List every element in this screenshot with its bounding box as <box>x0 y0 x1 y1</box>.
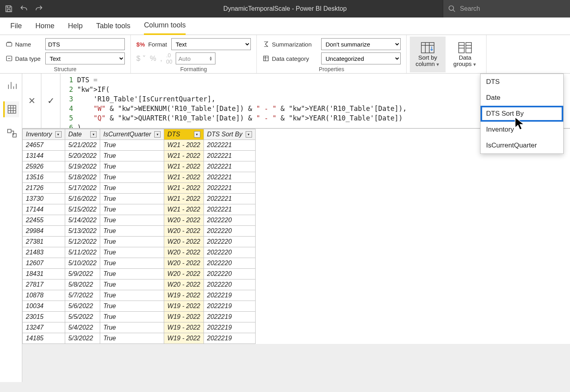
table-cell[interactable]: 10034 <box>23 301 65 312</box>
summarization-select[interactable]: Don't summarize <box>321 38 401 50</box>
table-cell[interactable]: True <box>100 279 164 290</box>
sort-by-column-button[interactable]: Sort bycolumn▼ <box>410 37 446 72</box>
table-cell[interactable]: 2022219 <box>204 312 255 322</box>
datatype-select[interactable]: Text <box>45 52 125 64</box>
table-cell[interactable]: True <box>100 204 164 215</box>
table-row[interactable]: 217265/17/2022TrueW21 - 20222022221 <box>23 183 256 194</box>
table-cell[interactable]: 2022220 <box>204 215 255 226</box>
table-row[interactable]: 137305/16/2022TrueW21 - 20222022221 <box>23 194 256 204</box>
table-cell[interactable]: 5/10/2022 <box>65 258 100 269</box>
table-row[interactable]: 224555/14/2022TrueW20 - 20222022220 <box>23 215 256 226</box>
report-view-icon[interactable] <box>3 78 19 93</box>
table-cell[interactable]: W20 - 2022 <box>164 258 204 269</box>
data-view-icon[interactable] <box>3 101 19 117</box>
data-category-select[interactable]: Uncategorized <box>321 52 401 64</box>
table-cell[interactable]: W19 - 2022 <box>164 322 204 333</box>
table-cell[interactable]: 5/21/2022 <box>65 140 100 151</box>
filter-icon[interactable]: ▾ <box>194 131 200 138</box>
table-cell[interactable]: 5/16/2022 <box>65 194 100 204</box>
sort-dropdown-item[interactable]: DTS <box>481 74 563 90</box>
table-row[interactable]: 246575/21/2022TrueW21 - 20222022221 <box>23 140 256 151</box>
table-row[interactable]: 230155/5/2022TrueW19 - 20222022219 <box>23 312 256 322</box>
table-cell[interactable]: True <box>100 301 164 312</box>
table-cell[interactable]: 5/9/2022 <box>65 269 100 279</box>
filter-icon[interactable]: ▾ <box>246 131 252 138</box>
table-cell[interactable]: 2022221 <box>204 204 255 215</box>
model-view-icon[interactable] <box>3 125 19 141</box>
table-cell[interactable]: 2022220 <box>204 237 255 247</box>
filter-icon[interactable]: ▾ <box>55 131 62 138</box>
table-cell[interactable]: 5/7/2022 <box>65 290 100 301</box>
table-cell[interactable]: 5/17/2022 <box>65 183 100 194</box>
table-row[interactable]: 132475/4/2022TrueW19 - 20222022219 <box>23 322 256 333</box>
table-cell[interactable]: True <box>100 215 164 226</box>
table-cell[interactable]: True <box>100 151 164 161</box>
table-row[interactable]: 273815/12/2022TrueW20 - 20222022220 <box>23 237 256 247</box>
table-cell[interactable]: W21 - 2022 <box>164 183 204 194</box>
table-cell[interactable]: 21483 <box>23 247 65 258</box>
filter-icon[interactable]: ▾ <box>154 131 161 138</box>
table-cell[interactable]: 2022220 <box>204 258 255 269</box>
undo-icon[interactable] <box>18 3 29 14</box>
table-cell[interactable]: W20 - 2022 <box>164 215 204 226</box>
table-cell[interactable]: 5/5/2022 <box>65 312 100 322</box>
table-cell[interactable]: 2022221 <box>204 161 255 172</box>
table-cell[interactable]: True <box>100 183 164 194</box>
table-cell[interactable]: 22455 <box>23 215 65 226</box>
format-select[interactable]: Text <box>171 38 251 50</box>
decimal-places-spinner[interactable]: Auto ▲▼ <box>176 52 215 64</box>
table-cell[interactable]: True <box>100 312 164 322</box>
table-cell[interactable]: 2022221 <box>204 140 255 151</box>
column-header[interactable]: Date▾ <box>65 129 100 140</box>
table-cell[interactable]: W20 - 2022 <box>164 237 204 247</box>
table-cell[interactable]: True <box>100 226 164 237</box>
table-cell[interactable]: 2022219 <box>204 290 255 301</box>
table-cell[interactable]: 13516 <box>23 172 65 183</box>
table-cell[interactable]: 13247 <box>23 322 65 333</box>
table-cell[interactable]: W21 - 2022 <box>164 151 204 161</box>
table-cell[interactable]: W21 - 2022 <box>164 194 204 204</box>
table-cell[interactable]: 14185 <box>23 333 65 344</box>
table-cell[interactable]: 5/20/2022 <box>65 151 100 161</box>
table-row[interactable]: 100345/6/2022TrueW19 - 20222022219 <box>23 301 256 312</box>
column-header[interactable]: IsCurrentQuarter▾ <box>100 129 164 140</box>
search-box[interactable]: Search <box>443 0 570 17</box>
table-cell[interactable]: 5/11/2022 <box>65 247 100 258</box>
table-row[interactable]: 131445/20/2022TrueW21 - 20222022221 <box>23 151 256 161</box>
formula-commit-button[interactable]: ✓ <box>41 74 60 128</box>
tab-column-tools[interactable]: Column tools <box>144 17 186 35</box>
table-cell[interactable]: 23015 <box>23 312 65 322</box>
table-cell[interactable]: 2022221 <box>204 183 255 194</box>
table-row[interactable]: 141855/3/2022TrueW19 - 20222022219 <box>23 333 256 344</box>
table-cell[interactable]: 5/14/2022 <box>65 215 100 226</box>
tab-table-tools[interactable]: Table tools <box>96 17 130 35</box>
table-cell[interactable]: W19 - 2022 <box>164 333 204 344</box>
table-cell[interactable]: 17144 <box>23 204 65 215</box>
table-cell[interactable]: 21726 <box>23 183 65 194</box>
sort-dropdown-item[interactable]: Inventory <box>481 122 563 138</box>
table-cell[interactable]: True <box>100 247 164 258</box>
save-icon[interactable] <box>3 3 14 14</box>
table-row[interactable]: 126075/10/2022TrueW20 - 20222022220 <box>23 258 256 269</box>
table-cell[interactable]: True <box>100 290 164 301</box>
table-cell[interactable]: 2022221 <box>204 194 255 204</box>
table-cell[interactable]: True <box>100 161 164 172</box>
table-cell[interactable]: 27381 <box>23 237 65 247</box>
table-cell[interactable]: W20 - 2022 <box>164 226 204 237</box>
table-cell[interactable]: 2022220 <box>204 269 255 279</box>
table-cell[interactable]: 24657 <box>23 140 65 151</box>
table-cell[interactable]: W19 - 2022 <box>164 312 204 322</box>
sort-dropdown-item[interactable]: DTS Sort By <box>481 106 563 122</box>
table-cell[interactable]: True <box>100 333 164 344</box>
tab-home[interactable]: Home <box>35 17 54 35</box>
table-cell[interactable]: W21 - 2022 <box>164 161 204 172</box>
column-header[interactable]: DTS Sort By▾ <box>204 129 255 140</box>
table-cell[interactable]: W20 - 2022 <box>164 279 204 290</box>
table-row[interactable]: 299845/13/2022TrueW20 - 20222022220 <box>23 226 256 237</box>
redo-icon[interactable] <box>33 3 45 14</box>
table-cell[interactable]: 27817 <box>23 279 65 290</box>
table-cell[interactable]: 2022219 <box>204 333 255 344</box>
formula-cancel-button[interactable]: ✕ <box>22 74 41 128</box>
table-cell[interactable]: 5/4/2022 <box>65 322 100 333</box>
tab-help[interactable]: Help <box>68 17 83 35</box>
